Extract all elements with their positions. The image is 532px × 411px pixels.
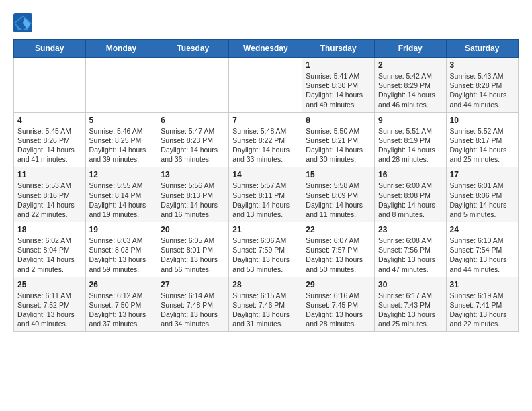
weekday-header-tuesday: Tuesday bbox=[157, 40, 229, 58]
calendar-cell: 24Sunrise: 6:10 AM Sunset: 7:54 PM Dayli… bbox=[446, 222, 518, 277]
day-number: 25 bbox=[17, 280, 82, 289]
day-info: Sunrise: 5:45 AM Sunset: 8:26 PM Dayligh… bbox=[17, 126, 82, 165]
calendar-cell: 7Sunrise: 5:48 AM Sunset: 8:22 PM Daylig… bbox=[229, 112, 302, 167]
day-info: Sunrise: 6:05 AM Sunset: 8:01 PM Dayligh… bbox=[161, 236, 225, 274]
day-number: 30 bbox=[378, 280, 443, 289]
calendar-cell: 16Sunrise: 6:00 AM Sunset: 8:08 PM Dayli… bbox=[375, 167, 447, 222]
calendar-week-3: 11Sunrise: 5:53 AM Sunset: 8:16 PM Dayli… bbox=[14, 167, 519, 222]
calendar-cell: 2Sunrise: 5:42 AM Sunset: 8:29 PM Daylig… bbox=[375, 58, 447, 113]
day-number: 27 bbox=[161, 280, 225, 289]
calendar-week-2: 4Sunrise: 5:45 AM Sunset: 8:26 PM Daylig… bbox=[14, 112, 519, 167]
day-info: Sunrise: 6:15 AM Sunset: 7:46 PM Dayligh… bbox=[232, 291, 298, 329]
day-number: 9 bbox=[378, 116, 443, 125]
calendar-cell: 18Sunrise: 6:02 AM Sunset: 8:04 PM Dayli… bbox=[14, 222, 86, 277]
day-number: 31 bbox=[450, 280, 515, 289]
calendar-cell: 11Sunrise: 5:53 AM Sunset: 8:16 PM Dayli… bbox=[14, 167, 86, 222]
weekday-header-sunday: Sunday bbox=[14, 40, 86, 58]
day-number: 11 bbox=[17, 170, 82, 179]
calendar-cell: 28Sunrise: 6:15 AM Sunset: 7:46 PM Dayli… bbox=[229, 277, 302, 332]
day-number: 10 bbox=[450, 116, 515, 125]
day-number: 22 bbox=[306, 225, 371, 234]
day-info: Sunrise: 5:55 AM Sunset: 8:14 PM Dayligh… bbox=[89, 181, 154, 219]
day-info: Sunrise: 6:19 AM Sunset: 7:41 PM Dayligh… bbox=[450, 291, 515, 329]
day-info: Sunrise: 6:01 AM Sunset: 8:06 PM Dayligh… bbox=[450, 181, 515, 219]
day-number: 17 bbox=[450, 170, 515, 179]
calendar-week-5: 25Sunrise: 6:11 AM Sunset: 7:52 PM Dayli… bbox=[14, 277, 519, 332]
day-number: 28 bbox=[232, 280, 298, 289]
day-info: Sunrise: 5:53 AM Sunset: 8:16 PM Dayligh… bbox=[17, 181, 82, 219]
day-number: 21 bbox=[232, 225, 298, 234]
page-header bbox=[13, 13, 519, 32]
calendar-cell: 12Sunrise: 5:55 AM Sunset: 8:14 PM Dayli… bbox=[85, 167, 157, 222]
day-info: Sunrise: 5:41 AM Sunset: 8:30 PM Dayligh… bbox=[306, 71, 371, 109]
calendar-cell bbox=[157, 58, 229, 113]
calendar-cell: 20Sunrise: 6:05 AM Sunset: 8:01 PM Dayli… bbox=[157, 222, 229, 277]
day-info: Sunrise: 6:10 AM Sunset: 7:54 PM Dayligh… bbox=[450, 236, 515, 274]
calendar-cell: 30Sunrise: 6:17 AM Sunset: 7:43 PM Dayli… bbox=[375, 277, 447, 332]
calendar-table: SundayMondayTuesdayWednesdayThursdayFrid… bbox=[13, 39, 519, 332]
day-info: Sunrise: 5:46 AM Sunset: 8:25 PM Dayligh… bbox=[89, 126, 154, 165]
logo bbox=[13, 13, 35, 32]
weekday-header-row: SundayMondayTuesdayWednesdayThursdayFrid… bbox=[14, 40, 519, 58]
day-number: 14 bbox=[232, 170, 298, 179]
day-info: Sunrise: 5:50 AM Sunset: 8:21 PM Dayligh… bbox=[306, 126, 371, 165]
calendar-cell: 5Sunrise: 5:46 AM Sunset: 8:25 PM Daylig… bbox=[85, 112, 157, 167]
calendar-week-1: 1Sunrise: 5:41 AM Sunset: 8:30 PM Daylig… bbox=[14, 58, 519, 113]
day-number: 5 bbox=[89, 116, 154, 125]
calendar-week-4: 18Sunrise: 6:02 AM Sunset: 8:04 PM Dayli… bbox=[14, 222, 519, 277]
day-number: 3 bbox=[450, 60, 515, 70]
calendar-cell: 9Sunrise: 5:51 AM Sunset: 8:19 PM Daylig… bbox=[375, 112, 447, 167]
logo-icon bbox=[13, 13, 32, 32]
day-info: Sunrise: 6:16 AM Sunset: 7:45 PM Dayligh… bbox=[306, 291, 371, 329]
calendar-cell bbox=[14, 58, 86, 113]
calendar-cell: 1Sunrise: 5:41 AM Sunset: 8:30 PM Daylig… bbox=[302, 58, 375, 113]
calendar-cell: 17Sunrise: 6:01 AM Sunset: 8:06 PM Dayli… bbox=[446, 167, 518, 222]
day-number: 12 bbox=[89, 170, 154, 179]
day-info: Sunrise: 6:06 AM Sunset: 7:59 PM Dayligh… bbox=[232, 236, 298, 274]
calendar-cell: 23Sunrise: 6:08 AM Sunset: 7:56 PM Dayli… bbox=[375, 222, 447, 277]
day-number: 7 bbox=[232, 116, 298, 125]
day-number: 29 bbox=[306, 280, 371, 289]
calendar-cell: 26Sunrise: 6:12 AM Sunset: 7:50 PM Dayli… bbox=[85, 277, 157, 332]
weekday-header-thursday: Thursday bbox=[302, 40, 375, 58]
day-number: 1 bbox=[306, 60, 371, 70]
day-number: 4 bbox=[17, 116, 82, 125]
day-info: Sunrise: 6:03 AM Sunset: 8:03 PM Dayligh… bbox=[89, 236, 154, 274]
day-info: Sunrise: 5:51 AM Sunset: 8:19 PM Dayligh… bbox=[378, 126, 443, 165]
calendar-cell: 15Sunrise: 5:58 AM Sunset: 8:09 PM Dayli… bbox=[302, 167, 375, 222]
calendar-cell: 21Sunrise: 6:06 AM Sunset: 7:59 PM Dayli… bbox=[229, 222, 302, 277]
day-number: 19 bbox=[89, 225, 154, 234]
day-info: Sunrise: 6:12 AM Sunset: 7:50 PM Dayligh… bbox=[89, 291, 154, 329]
weekday-header-friday: Friday bbox=[375, 40, 447, 58]
day-number: 23 bbox=[378, 225, 443, 234]
day-number: 26 bbox=[89, 280, 154, 289]
calendar-cell: 13Sunrise: 5:56 AM Sunset: 8:13 PM Dayli… bbox=[157, 167, 229, 222]
calendar-cell: 14Sunrise: 5:57 AM Sunset: 8:11 PM Dayli… bbox=[229, 167, 302, 222]
calendar-cell: 22Sunrise: 6:07 AM Sunset: 7:57 PM Dayli… bbox=[302, 222, 375, 277]
calendar-cell: 8Sunrise: 5:50 AM Sunset: 8:21 PM Daylig… bbox=[302, 112, 375, 167]
day-info: Sunrise: 6:07 AM Sunset: 7:57 PM Dayligh… bbox=[306, 236, 371, 274]
day-info: Sunrise: 6:17 AM Sunset: 7:43 PM Dayligh… bbox=[378, 291, 443, 329]
weekday-header-saturday: Saturday bbox=[446, 40, 518, 58]
day-number: 13 bbox=[161, 170, 225, 179]
weekday-header-wednesday: Wednesday bbox=[229, 40, 302, 58]
day-number: 2 bbox=[378, 60, 443, 70]
calendar-cell: 31Sunrise: 6:19 AM Sunset: 7:41 PM Dayli… bbox=[446, 277, 518, 332]
day-info: Sunrise: 5:47 AM Sunset: 8:23 PM Dayligh… bbox=[161, 126, 225, 165]
day-info: Sunrise: 5:42 AM Sunset: 8:29 PM Dayligh… bbox=[378, 71, 443, 109]
calendar-cell: 25Sunrise: 6:11 AM Sunset: 7:52 PM Dayli… bbox=[14, 277, 86, 332]
day-info: Sunrise: 6:00 AM Sunset: 8:08 PM Dayligh… bbox=[378, 181, 443, 219]
day-info: Sunrise: 5:43 AM Sunset: 8:28 PM Dayligh… bbox=[450, 71, 515, 109]
day-number: 16 bbox=[378, 170, 443, 179]
day-info: Sunrise: 6:14 AM Sunset: 7:48 PM Dayligh… bbox=[161, 291, 225, 329]
day-info: Sunrise: 6:02 AM Sunset: 8:04 PM Dayligh… bbox=[17, 236, 82, 274]
calendar-cell bbox=[229, 58, 302, 113]
calendar-cell: 27Sunrise: 6:14 AM Sunset: 7:48 PM Dayli… bbox=[157, 277, 229, 332]
day-info: Sunrise: 5:56 AM Sunset: 8:13 PM Dayligh… bbox=[161, 181, 225, 219]
day-info: Sunrise: 5:57 AM Sunset: 8:11 PM Dayligh… bbox=[232, 181, 298, 219]
day-number: 24 bbox=[450, 225, 515, 234]
day-number: 20 bbox=[161, 225, 225, 234]
weekday-header-monday: Monday bbox=[85, 40, 157, 58]
day-number: 18 bbox=[17, 225, 82, 234]
day-info: Sunrise: 5:52 AM Sunset: 8:17 PM Dayligh… bbox=[450, 126, 515, 165]
